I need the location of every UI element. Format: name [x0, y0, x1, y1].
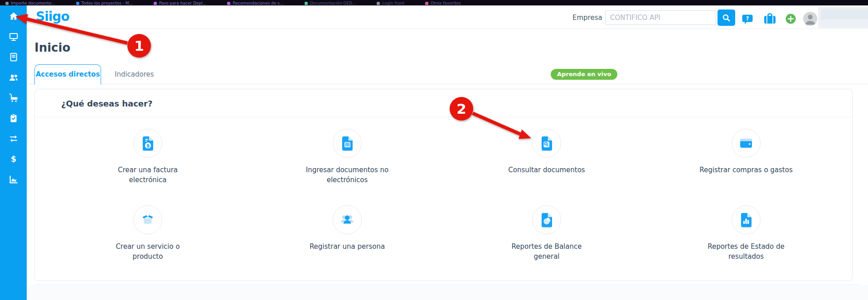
sidebar-item-catalogo[interactable]: [6, 52, 21, 62]
question-bubble-icon: ?: [742, 14, 753, 24]
bookmark-item[interactable]: Otros favoritos: [425, 1, 461, 5]
svg-text:$: $: [146, 143, 150, 149]
shortcut-crear-producto[interactable]: Crear un servicio o producto: [48, 205, 247, 261]
shortcut-label: Reportes de Balance general: [499, 242, 594, 261]
page-content: Inicio Accesos directos Indicadores Apre…: [27, 29, 868, 300]
tab-bar: Accesos directos Indicadores: [27, 64, 868, 84]
redacted-username-block: [821, 10, 868, 19]
pie-document-icon: [538, 211, 556, 229]
shortcut-circle: [333, 129, 362, 158]
card-title: ¿Qué deseas hacer?: [61, 99, 152, 108]
shortcut-label: Registrar compras o gastos: [699, 165, 793, 175]
divider: [34, 285, 860, 285]
siigo-logo[interactable]: Siigo: [36, 9, 69, 24]
shortcut-label: Ingresar documentos no electrónicos: [300, 165, 395, 185]
dollar-icon: $: [9, 154, 19, 164]
company-search-input[interactable]: [605, 10, 716, 25]
shortcut-registrar-compras[interactable]: Registrar compras o gastos: [646, 129, 846, 185]
bottom-band: [27, 285, 868, 300]
person-silhouette-icon: [803, 12, 817, 26]
shortcut-circle: [333, 205, 362, 234]
exchange-arrows-icon: [9, 134, 19, 144]
search-button[interactable]: [718, 10, 735, 26]
siigo-home-screen: Importe documento... Todos los proyectos…: [0, 0, 868, 300]
help-button[interactable]: ?: [742, 14, 753, 26]
favicon-icon: [425, 2, 428, 5]
briefcase-icon: [764, 13, 776, 24]
area-chart-icon: [9, 174, 19, 184]
search-document-icon: [538, 134, 556, 152]
shortcut-ingresar-documentos[interactable]: Ingresar documentos no electrónicos: [247, 129, 447, 185]
favicon-icon: [5, 2, 9, 5]
bookmark-item[interactable]: Recomendaciones de s...: [227, 1, 283, 5]
add-button[interactable]: [786, 14, 796, 26]
company-label: Empresa: [572, 11, 602, 24]
browser-bookmarks-strip: Importe documento... Todos los proyectos…: [0, 0, 868, 5]
sidebar-item-inicio[interactable]: [6, 11, 21, 21]
bookmark-item[interactable]: Paso para hacer Depl...: [154, 1, 206, 5]
shortcut-reportes-resultados[interactable]: Reportes de Estado de resultados: [646, 205, 846, 261]
favicon-icon: [305, 2, 308, 5]
main-sidebar: $: [0, 5, 27, 300]
shortcut-registrar-persona[interactable]: Registrar una persona: [247, 205, 447, 261]
shortcut-circle: [732, 205, 761, 234]
bookmark-item[interactable]: Todos los proyectos - M...: [76, 1, 133, 5]
clipboard-check-icon: [9, 113, 19, 123]
shortcut-circle: $: [133, 129, 162, 158]
plus-circle-icon: [786, 14, 796, 24]
book-icon: [9, 52, 19, 62]
shortcut-label: Reportes de Estado de resultados: [698, 242, 794, 261]
top-header: Siigo Empresa ?: [27, 5, 868, 29]
favicon-icon: [76, 2, 79, 5]
page-title: Inicio: [34, 41, 70, 54]
bookmark-item[interactable]: Login front: [377, 1, 404, 5]
people-icon: [338, 211, 356, 229]
wallet-icon: [737, 134, 755, 152]
grid-document-icon: [338, 134, 356, 152]
favicon-icon: [227, 2, 230, 5]
shortcut-reportes-balance[interactable]: Reportes de Balance general: [447, 205, 646, 261]
shortcuts-card: ¿Qué deseas hacer? $ Crear una factura e…: [34, 89, 853, 281]
sidebar-item-compras[interactable]: [6, 93, 21, 103]
search-icon: [722, 14, 731, 22]
shortcut-circle: [532, 129, 561, 158]
sidebar-item-punto-de-venta[interactable]: [6, 32, 21, 42]
invoice-document-icon: $: [139, 134, 157, 152]
shortcut-label: Crear una factura electrónica: [100, 165, 195, 185]
shortcut-circle: [133, 205, 162, 234]
divider: [35, 117, 852, 117]
shortcut-circle: [732, 129, 761, 158]
live-learning-badge[interactable]: Aprende en vivo: [551, 69, 617, 80]
bookmark-item[interactable]: Importe documento...: [5, 1, 55, 5]
open-box-icon: [139, 211, 157, 229]
bookmark-item[interactable]: Documentación GED...: [305, 1, 356, 5]
sidebar-item-contactos[interactable]: [6, 73, 21, 82]
sidebar-item-reportes[interactable]: [6, 174, 21, 184]
bar-document-icon: [737, 211, 755, 229]
portfolio-button[interactable]: [764, 13, 776, 26]
svg-text:$: $: [11, 155, 16, 164]
svg-text:?: ?: [746, 15, 749, 22]
tab-indicadores[interactable]: Indicadores: [110, 64, 159, 84]
sidebar-item-movimientos[interactable]: [6, 134, 21, 144]
shortcut-label: Crear un servicio o producto: [100, 242, 195, 261]
shortcut-grid: $ Crear una factura electrónica Ingresar…: [48, 129, 846, 261]
home-icon: [9, 11, 19, 21]
shortcut-consultar-documentos[interactable]: Consultar documentos: [447, 129, 646, 185]
favicon-icon: [377, 2, 380, 5]
shortcut-circle: [532, 205, 561, 234]
shortcut-label: Registrar una persona: [310, 242, 385, 252]
shortcut-label: Consultar documentos: [508, 165, 585, 175]
sidebar-item-tareas[interactable]: [6, 113, 21, 123]
user-avatar[interactable]: [803, 12, 817, 26]
favicon-icon: [154, 2, 157, 5]
users-icon: [9, 73, 19, 82]
sidebar-item-pagos[interactable]: $: [6, 154, 21, 164]
cart-icon: [9, 93, 19, 103]
monitor-icon: [9, 32, 19, 42]
tab-accesos-directos[interactable]: Accesos directos: [34, 64, 101, 85]
shortcut-crear-factura[interactable]: $ Crear una factura electrónica: [48, 129, 247, 185]
